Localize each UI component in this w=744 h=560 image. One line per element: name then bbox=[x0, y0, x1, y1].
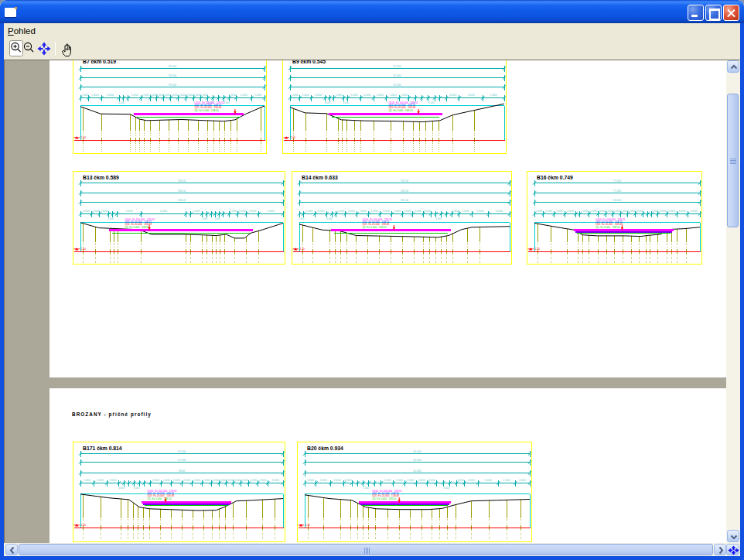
svg-text:4.0000: 4.0000 bbox=[449, 94, 457, 97]
svg-text:4.0000: 4.0000 bbox=[678, 210, 686, 213]
svg-text:3.0000: 3.0000 bbox=[599, 210, 606, 213]
svg-text:3.0000: 3.0000 bbox=[109, 479, 117, 482]
svg-text:184.00: 184.00 bbox=[178, 190, 186, 193]
svg-text:4.000: 4.000 bbox=[118, 487, 125, 490]
svg-text:4.0000: 4.0000 bbox=[193, 479, 201, 482]
svg-text:2.0000: 2.0000 bbox=[220, 479, 227, 482]
svg-text:58.00: 58.00 bbox=[179, 470, 186, 473]
svg-text:2.000: 2.000 bbox=[202, 217, 208, 220]
svg-text:5.0000: 5.0000 bbox=[152, 479, 160, 482]
svg-text:2.0000: 2.0000 bbox=[97, 479, 104, 482]
svg-text:3.0000: 3.0000 bbox=[418, 479, 426, 482]
svg-text:2.0000: 2.0000 bbox=[173, 479, 181, 482]
svg-text:3.0000: 3.0000 bbox=[457, 479, 465, 482]
svg-text:3.0000: 3.0000 bbox=[636, 210, 643, 213]
svg-text:1.0000: 1.0000 bbox=[394, 210, 401, 213]
svg-text:67.000: 67.000 bbox=[178, 450, 186, 453]
svg-text:1.0000: 1.0000 bbox=[307, 479, 315, 482]
svg-text:3.0000: 3.0000 bbox=[317, 210, 325, 213]
svg-text:65.000: 65.000 bbox=[413, 450, 421, 453]
svg-text:2.0000: 2.0000 bbox=[401, 94, 408, 97]
svg-text:3.0000: 3.0000 bbox=[315, 94, 323, 97]
svg-text:3.000: 3.000 bbox=[363, 487, 370, 490]
svg-text:3.0000: 3.0000 bbox=[249, 210, 257, 213]
svg-text:1.0000: 1.0000 bbox=[621, 210, 629, 213]
svg-text:4.0000: 4.0000 bbox=[234, 479, 241, 482]
svg-text:3.0000: 3.0000 bbox=[415, 210, 422, 213]
svg-text:1.0000: 1.0000 bbox=[241, 94, 248, 97]
svg-text:4.0000: 4.0000 bbox=[468, 479, 476, 482]
svg-text:1.0000: 1.0000 bbox=[171, 94, 179, 97]
svg-text:2.0000: 2.0000 bbox=[160, 210, 168, 213]
svg-text:77.000: 77.000 bbox=[613, 190, 621, 193]
svg-text:3.000: 3.000 bbox=[134, 487, 140, 490]
svg-text:1.50: 1.50 bbox=[81, 136, 87, 139]
svg-text:1.0000: 1.0000 bbox=[535, 210, 543, 213]
svg-text:3.0000: 3.0000 bbox=[107, 94, 114, 97]
svg-text:5.0000: 5.0000 bbox=[613, 210, 621, 213]
svg-text:4.0000: 4.0000 bbox=[424, 210, 432, 213]
svg-text:3.0000: 3.0000 bbox=[101, 210, 108, 213]
svg-text:1.0000: 1.0000 bbox=[131, 94, 139, 97]
svg-text:2.0000: 2.0000 bbox=[142, 94, 150, 97]
svg-text:B13 čkm 0.589: B13 čkm 0.589 bbox=[83, 175, 119, 180]
svg-text:1.0000: 1.0000 bbox=[503, 479, 511, 482]
svg-text:2.0000: 2.0000 bbox=[179, 94, 186, 97]
svg-text:3.0000: 3.0000 bbox=[334, 479, 342, 482]
svg-text:4.000: 4.000 bbox=[325, 101, 331, 104]
svg-text:62.000: 62.000 bbox=[413, 470, 421, 473]
svg-text:2.0000: 2.0000 bbox=[302, 94, 310, 97]
svg-text:4.0000: 4.0000 bbox=[606, 210, 613, 213]
svg-text:1.0000: 1.0000 bbox=[490, 94, 498, 97]
svg-text:1.0000: 1.0000 bbox=[337, 210, 345, 213]
svg-text:2.0000: 2.0000 bbox=[305, 210, 313, 213]
svg-text:1.50: 1.50 bbox=[291, 136, 296, 139]
svg-text:2.0000: 2.0000 bbox=[348, 210, 356, 213]
svg-text:5.0000: 5.0000 bbox=[163, 94, 171, 97]
svg-text:165.00: 165.00 bbox=[401, 179, 408, 183]
svg-text:5.0000: 5.0000 bbox=[203, 479, 211, 482]
svg-text:B16 čkm 0.749: B16 čkm 0.749 bbox=[537, 175, 573, 180]
svg-text:1.0000: 1.0000 bbox=[81, 94, 89, 97]
svg-text:5.0000: 5.0000 bbox=[377, 94, 384, 97]
svg-text:5.0000: 5.0000 bbox=[384, 479, 391, 482]
svg-text:3.000: 3.000 bbox=[224, 101, 230, 104]
svg-text:1.0000: 1.0000 bbox=[476, 210, 484, 213]
svg-text:4.0000: 4.0000 bbox=[363, 94, 371, 97]
svg-text:2.0000: 2.0000 bbox=[407, 479, 415, 482]
svg-text:184.00: 184.00 bbox=[178, 179, 186, 183]
svg-text:Q5 Kv 5.000 158.10: Q5 Kv 5.000 158.10 bbox=[363, 226, 387, 229]
svg-text:1.0000: 1.0000 bbox=[230, 210, 237, 213]
svg-text:67.000: 67.000 bbox=[393, 74, 401, 77]
svg-text:3.000: 3.000 bbox=[343, 101, 349, 104]
svg-text:2.0000: 2.0000 bbox=[259, 479, 267, 482]
svg-text:4.000: 4.000 bbox=[118, 101, 125, 104]
svg-text:2.0000: 2.0000 bbox=[659, 210, 667, 213]
svg-text:1.50: 1.50 bbox=[535, 248, 541, 251]
svg-text:4.0000: 4.0000 bbox=[193, 210, 200, 213]
svg-text:3.0000: 3.0000 bbox=[668, 210, 676, 213]
svg-text:4.000: 4.000 bbox=[435, 217, 442, 220]
svg-text:B20 čkm 0.934: B20 čkm 0.934 bbox=[307, 446, 343, 451]
svg-text:B171 čkm 0.814: B171 čkm 0.814 bbox=[83, 446, 122, 451]
svg-text:99.000: 99.000 bbox=[169, 74, 176, 77]
svg-text:1.50: 1.50 bbox=[300, 248, 305, 251]
svg-text:2.0000: 2.0000 bbox=[319, 479, 327, 482]
svg-text:65.000: 65.000 bbox=[413, 459, 421, 462]
svg-text:1.50: 1.50 bbox=[305, 524, 311, 527]
svg-text:67.000: 67.000 bbox=[393, 65, 401, 68]
svg-text:2.0000: 2.0000 bbox=[238, 210, 246, 213]
svg-text:1.0000: 1.0000 bbox=[163, 479, 171, 482]
svg-text:1.0000: 1.0000 bbox=[651, 210, 659, 213]
svg-text:Q5 Kv 5.000 158.10: Q5 Kv 5.000 158.10 bbox=[148, 497, 172, 500]
svg-text:1.000: 1.000 bbox=[214, 217, 220, 220]
svg-text:Q5 Kv 5.000 158.10: Q5 Kv 5.000 158.10 bbox=[596, 226, 619, 229]
svg-text:2.0000: 2.0000 bbox=[92, 210, 100, 213]
svg-text:3.0000: 3.0000 bbox=[556, 210, 564, 213]
svg-text:1.0000: 1.0000 bbox=[250, 479, 258, 482]
svg-text:Q5 Kv 5.000 158.10: Q5 Kv 5.000 158.10 bbox=[388, 109, 412, 112]
svg-text:4.0000: 4.0000 bbox=[344, 479, 352, 482]
svg-text:1.000: 1.000 bbox=[299, 217, 305, 220]
svg-text:3.0000: 3.0000 bbox=[351, 94, 359, 97]
svg-text:2.0000: 2.0000 bbox=[519, 479, 527, 482]
